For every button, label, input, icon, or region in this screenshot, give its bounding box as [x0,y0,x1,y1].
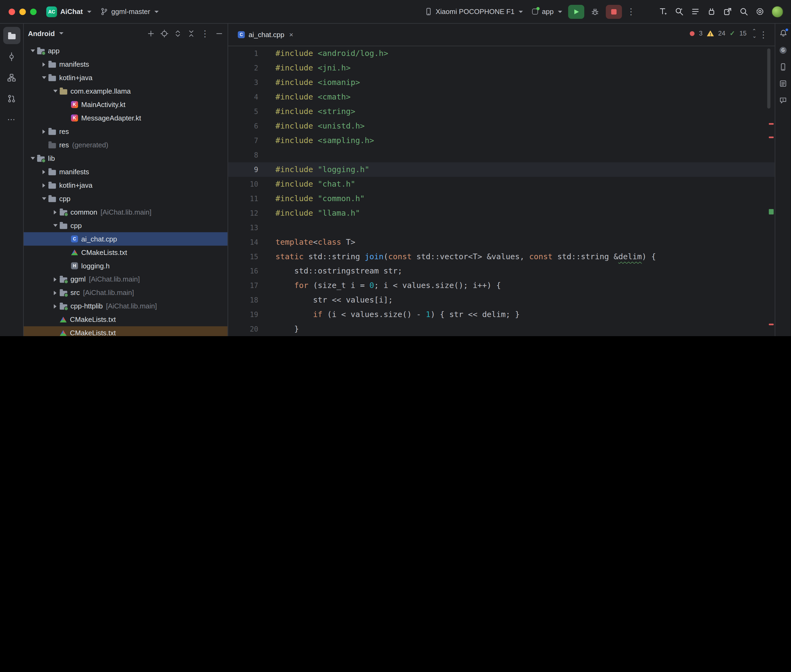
hierarchy-tool-button[interactable] [3,69,20,86]
commit-tool-button[interactable] [3,48,20,65]
plugin-icon[interactable] [707,7,716,16]
code-line-10[interactable]: 10#include "chat.h" [228,177,775,192]
chevron-expanded-icon[interactable] [28,157,37,160]
gradle-tool-button[interactable]: G [777,43,789,56]
user-avatar[interactable] [772,6,783,18]
code-line-20[interactable]: 20 } [228,322,775,336]
ai-search-icon[interactable] [675,7,684,16]
tree-item-common[interactable]: common[AiChat.lib.main] [24,205,228,219]
settings-gear-icon[interactable] [756,7,765,16]
code-line-14[interactable]: 14template<class T> [228,235,775,250]
task-list-icon[interactable] [691,7,700,16]
code-line-1[interactable]: 1#include <android/log.h> [228,46,775,61]
project-view-mode[interactable]: Android [28,29,55,37]
tree-item-ai-chat-cpp[interactable]: Cai_chat.cpp [24,232,228,246]
chevron-expanded-icon[interactable] [28,50,37,52]
code-line-7[interactable]: 7#include <sampling.h> [228,133,775,148]
chevron-expanded-icon[interactable] [39,197,48,200]
chevron-expanded-icon[interactable] [51,90,60,93]
code-line-5[interactable]: 5#include <string> [228,104,775,119]
tree-item-cmakelists-txt[interactable]: CMakeLists.txt [24,326,228,336]
logcat-tool-button[interactable] [777,77,789,90]
tree-item-cmakelists-txt[interactable]: CMakeLists.txt [24,246,228,259]
chevron-collapsed-icon[interactable] [51,304,60,308]
tree-item-manifests[interactable]: manifests [24,58,228,71]
tree-item-res[interactable]: res [24,125,228,138]
add-icon[interactable] [147,29,155,37]
tree-item-cpp-httplib[interactable]: cpp-httplib[AiChat.lib.main] [24,299,228,313]
close-window-button[interactable] [9,8,15,15]
chevron-collapsed-icon[interactable] [39,170,48,174]
editor-scrollbar-thumb[interactable] [767,48,770,109]
device-manager-tool-button[interactable] [777,60,789,73]
inspections-widget[interactable]: 3 24 ✓ 15 ⌃⌃ [687,28,760,39]
tree-item-cpp[interactable]: cpp [24,219,228,232]
run-button[interactable] [568,5,584,19]
error-stripe-mark[interactable] [769,137,774,138]
code-line-3[interactable]: 3#include <iomanip> [228,75,775,90]
vcs-branch-widget[interactable]: ggml-master [96,5,163,18]
tree-item-res[interactable]: res(generated) [24,138,228,152]
code-line-12[interactable]: 12#include "llama.h" [228,206,775,221]
tree-item-logging-h[interactable]: Hlogging.h [24,259,228,273]
run-configuration-selector[interactable]: app [528,5,566,18]
tree-item-lib[interactable]: lib [24,152,228,165]
expand-all-icon[interactable] [174,29,182,37]
pull-request-tool-button[interactable] [3,90,20,107]
tree-item-kotlin-java[interactable]: kotlin+java [24,179,228,192]
chevron-expanded-icon[interactable] [51,224,60,227]
tree-item-cpp[interactable]: cpp [24,192,228,205]
code-line-9[interactable]: 9#include "logging.h" [228,162,775,177]
chevron-expanded-icon[interactable] [39,76,48,79]
notifications-tool-button[interactable] [777,27,789,40]
debug-button[interactable] [587,5,603,19]
tree-item-messageadapter-kt[interactable]: KMessageAdapter.kt [24,111,228,125]
code-line-11[interactable]: 11#include "common.h" [228,192,775,206]
code-line-4[interactable]: 4#include <cmath> [228,90,775,104]
tree-item-cmakelists-txt[interactable]: CMakeLists.txt [24,313,228,326]
tree-item-src[interactable]: src[AiChat.lib.main] [24,286,228,299]
project-tool-button[interactable] [3,27,20,44]
chevron-collapsed-icon[interactable] [39,130,48,134]
code-line-19[interactable]: 19 if (i < values.size() - 1) { str << d… [228,307,775,322]
error-stripe-mark[interactable] [769,323,774,325]
code-line-8[interactable]: 8 [228,148,775,162]
code-area[interactable]: 1#include <android/log.h>2#include <jni.… [228,46,775,336]
chevron-collapsed-icon[interactable] [39,183,48,187]
tree-item-app[interactable]: app [24,44,228,58]
code-line-13[interactable]: 13 [228,221,775,235]
code-line-17[interactable]: 17 for (size_t i = 0; i < values.size();… [228,278,775,293]
share-link-icon[interactable] [723,7,732,16]
code-line-2[interactable]: 2#include <jni.h> [228,61,775,75]
device-selector[interactable]: Xiaomi POCOPHONE F1 [420,5,528,18]
chevron-collapsed-icon[interactable] [51,210,60,214]
project-panel-options-icon[interactable]: ⋮ [201,28,210,38]
locate-file-icon[interactable] [160,29,168,37]
tree-item-kotlin-java[interactable]: kotlin+java [24,71,228,85]
tree-item-ggml[interactable]: ggml[AiChat.lib.main] [24,272,228,286]
zoom-window-button[interactable] [30,8,37,15]
code-line-16[interactable]: 16 std::ostringstream str; [228,264,775,278]
error-stripe-mark[interactable] [769,123,774,125]
tree-item-mainactivity-kt[interactable]: KMainActivity.kt [24,98,228,111]
stop-button[interactable] [606,5,622,19]
app-insights-tool-button[interactable] [777,94,789,107]
inspection-navigation[interactable]: ⌃⌃ [752,29,757,38]
tree-item-manifests[interactable]: manifests [24,165,228,179]
hide-panel-icon[interactable] [215,29,223,37]
minimize-window-button[interactable] [19,8,26,15]
run-more-options-icon[interactable]: ⋮ [624,6,639,17]
ai-edit-icon[interactable] [659,7,668,16]
tree-item-com-example-llama[interactable]: com.example.llama [24,85,228,98]
chevron-collapsed-icon[interactable] [51,277,60,281]
editor-tab-ai-chat-cpp[interactable]: C ai_chat.cpp × [231,24,300,46]
close-tab-icon[interactable]: × [289,30,293,39]
chevron-collapsed-icon[interactable] [51,290,60,295]
search-icon[interactable] [739,7,748,16]
more-tool-windows-button[interactable]: ⋯ [3,111,20,128]
chevron-collapsed-icon[interactable] [39,62,48,66]
project-selector[interactable]: AC AiChat [42,4,96,19]
change-stripe-mark[interactable] [769,209,774,214]
code-line-18[interactable]: 18 str << values[i]; [228,293,775,307]
code-line-15[interactable]: 15static std::string join(const std::vec… [228,250,775,264]
